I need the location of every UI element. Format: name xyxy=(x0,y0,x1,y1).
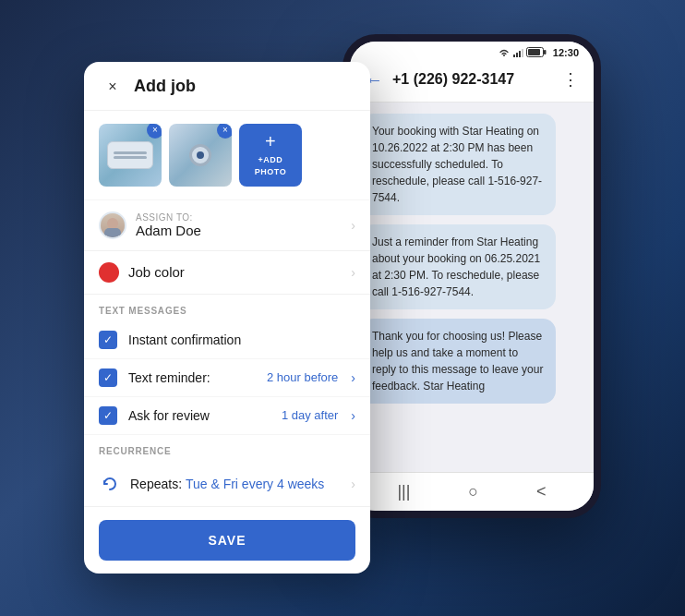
avatar xyxy=(99,211,126,239)
battery-icon xyxy=(526,47,547,57)
ask-review-value: 1 day after xyxy=(282,408,338,422)
text-reminder-checkbox[interactable]: ✓ xyxy=(99,368,117,387)
job-color-label: Job color xyxy=(128,264,342,280)
photo-section: × × + +ADDPHOTO xyxy=(84,111,370,200)
more-options-button[interactable]: ⋮ xyxy=(562,69,579,90)
repeats-value: Tue & Fri every 4 weeks xyxy=(186,477,324,491)
photo-thumb-1[interactable]: × xyxy=(99,124,162,187)
text-reminder-chevron: › xyxy=(351,370,355,385)
svg-rect-3 xyxy=(522,49,523,57)
assign-to-item[interactable]: ASSIGN TO: Adam Doe › xyxy=(84,200,370,251)
message-1: Your booking with Star Heating on 10.26.… xyxy=(361,114,556,215)
add-job-card: × Add job × xyxy=(84,62,370,574)
recurrence-section-header: RECURRENCE xyxy=(84,435,370,462)
ac-fan-inner xyxy=(197,151,204,159)
recurrence-label: Repeats: Tue & Fri every 4 weeks xyxy=(130,477,342,491)
instant-confirmation-checkbox[interactable]: ✓ xyxy=(99,331,117,349)
repeats-label: Repeats: xyxy=(130,477,182,491)
phone-card: 12:30 ← +1 (226) 922-3147 ⋮ Your booking… xyxy=(342,34,601,518)
color-dot xyxy=(99,262,119,283)
message-3: Thank you for choosing us! Please help u… xyxy=(361,319,556,404)
job-color-content: Job color xyxy=(128,264,342,280)
svg-rect-0 xyxy=(513,54,515,57)
sms-body: Your booking with Star Heating on 10.26.… xyxy=(350,103,594,472)
photo-thumb-2[interactable]: × xyxy=(169,124,232,187)
status-bar: 12:30 xyxy=(350,42,594,62)
card-title: Add job xyxy=(134,77,196,96)
text-messages-section-header: TEXT MESSAGES xyxy=(84,295,370,321)
text-reminder-value: 2 hour before xyxy=(267,370,338,384)
menu-nav-icon[interactable]: ||| xyxy=(397,482,410,501)
recurrence-item[interactable]: Repeats: Tue & Fri every 4 weeks › xyxy=(84,462,370,507)
assign-to-chevron: › xyxy=(351,218,355,233)
text-reminder-label: Text reminder: xyxy=(128,370,256,385)
ac-fan xyxy=(189,144,211,166)
text-reminder-item[interactable]: ✓ Text reminder: 2 hour before › xyxy=(84,359,370,397)
ask-review-checkbox[interactable]: ✓ xyxy=(99,406,117,425)
check-icon-3: ✓ xyxy=(103,409,113,422)
instant-confirmation-label: Instant confirmation xyxy=(128,332,355,347)
svg-rect-6 xyxy=(544,50,547,54)
signal-icon xyxy=(512,48,523,57)
assign-to-content: ASSIGN TO: Adam Doe xyxy=(136,212,342,238)
check-icon: ✓ xyxy=(103,333,113,346)
assign-to-value: Adam Doe xyxy=(136,223,342,238)
wifi-icon xyxy=(499,48,510,57)
job-color-item[interactable]: Job color › xyxy=(84,251,370,295)
main-container: × Add job × xyxy=(84,43,601,574)
check-icon-2: ✓ xyxy=(103,371,113,384)
card-header: × Add job xyxy=(84,62,370,111)
status-time: 12:30 xyxy=(553,47,579,58)
avatar-person xyxy=(101,213,125,237)
svg-rect-5 xyxy=(528,49,540,55)
message-2: Just a reminder from Star Heating about … xyxy=(361,224,556,309)
status-icons: 12:30 xyxy=(499,47,579,58)
add-photo-button[interactable]: + +ADDPHOTO xyxy=(239,124,302,187)
phone-nav-bar: ||| ○ < xyxy=(350,472,594,511)
home-nav-icon[interactable]: ○ xyxy=(468,482,478,501)
photo-remove-1[interactable]: × xyxy=(147,124,162,139)
back-nav-icon[interactable]: < xyxy=(536,482,547,501)
ask-review-label: Ask for review xyxy=(128,408,270,423)
ask-review-item[interactable]: ✓ Ask for review 1 day after › xyxy=(84,397,370,435)
sms-header: ← +1 (226) 922-3147 ⋮ xyxy=(350,62,594,103)
svg-rect-2 xyxy=(519,51,521,57)
add-photo-label: +ADDPHOTO xyxy=(255,154,286,177)
ac-vent xyxy=(114,151,147,154)
add-photo-plus: + xyxy=(265,131,276,152)
recurrence-chevron: › xyxy=(351,477,355,491)
avatar-body xyxy=(104,228,121,237)
ac-body xyxy=(107,141,153,169)
svg-rect-1 xyxy=(516,53,518,57)
assign-to-label: ASSIGN TO: xyxy=(136,212,342,223)
ask-review-chevron: › xyxy=(351,408,355,423)
recurrence-icon xyxy=(99,473,121,495)
job-color-chevron: › xyxy=(351,265,355,280)
close-button[interactable]: × xyxy=(102,77,123,97)
phone-number: +1 (226) 922-3147 xyxy=(392,71,553,88)
instant-confirmation-item[interactable]: ✓ Instant confirmation xyxy=(84,321,370,359)
ac-vent-2 xyxy=(114,156,147,159)
save-button[interactable]: SAVE xyxy=(99,520,355,561)
photo-remove-2[interactable]: × xyxy=(217,124,232,139)
